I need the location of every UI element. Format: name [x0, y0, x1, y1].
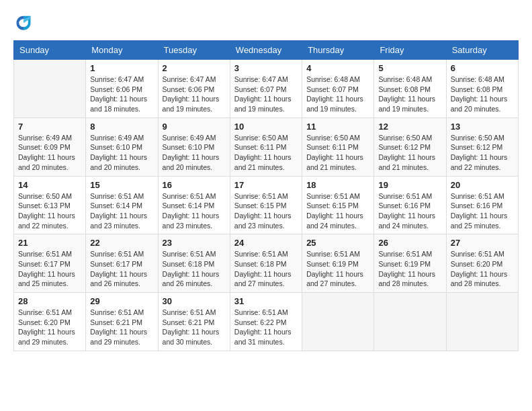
day-number: 13: [451, 122, 514, 132]
calendar-cell: 10Sunrise: 6:50 AM Sunset: 6:11 PM Dayli…: [230, 118, 302, 176]
logo: [13, 13, 36, 34]
calendar-week-2: 7Sunrise: 6:49 AM Sunset: 6:09 PM Daylig…: [14, 118, 519, 176]
calendar-cell: 28Sunrise: 6:51 AM Sunset: 6:20 PM Dayli…: [14, 293, 86, 351]
column-header-wednesday: Wednesday: [230, 41, 302, 60]
column-header-saturday: Saturday: [446, 41, 518, 60]
day-number: 15: [90, 180, 153, 190]
column-header-friday: Friday: [374, 41, 446, 60]
calendar-cell: 20Sunrise: 6:51 AM Sunset: 6:16 PM Dayli…: [446, 176, 518, 234]
day-info: Sunrise: 6:51 AM Sunset: 6:15 PM Dayligh…: [234, 191, 298, 231]
day-info: Sunrise: 6:48 AM Sunset: 6:08 PM Dayligh…: [378, 75, 441, 114]
day-number: 14: [18, 180, 81, 190]
calendar-cell: 26Sunrise: 6:51 AM Sunset: 6:19 PM Dayli…: [374, 234, 446, 293]
calendar-cell: 13Sunrise: 6:50 AM Sunset: 6:12 PM Dayli…: [446, 118, 518, 176]
calendar-cell: [374, 293, 446, 351]
day-info: Sunrise: 6:48 AM Sunset: 6:07 PM Dayligh…: [306, 75, 369, 114]
day-info: Sunrise: 6:50 AM Sunset: 6:12 PM Dayligh…: [378, 133, 441, 173]
column-header-tuesday: Tuesday: [158, 41, 230, 60]
page-header: [13, 13, 519, 34]
calendar-cell: 12Sunrise: 6:50 AM Sunset: 6:12 PM Dayli…: [374, 118, 446, 176]
day-number: 1: [90, 63, 153, 73]
day-number: 4: [306, 63, 369, 73]
calendar-cell: [14, 60, 86, 118]
calendar-cell: 22Sunrise: 6:51 AM Sunset: 6:17 PM Dayli…: [86, 234, 158, 293]
day-number: 17: [234, 180, 298, 190]
calendar-cell: 15Sunrise: 6:51 AM Sunset: 6:14 PM Dayli…: [86, 176, 158, 234]
calendar-cell: 14Sunrise: 6:50 AM Sunset: 6:13 PM Dayli…: [14, 176, 86, 234]
calendar-cell: 1Sunrise: 6:47 AM Sunset: 6:06 PM Daylig…: [86, 60, 158, 118]
calendar-cell: 4Sunrise: 6:48 AM Sunset: 6:07 PM Daylig…: [302, 60, 374, 118]
calendar-cell: 9Sunrise: 6:49 AM Sunset: 6:10 PM Daylig…: [158, 118, 230, 176]
day-number: 21: [18, 238, 81, 248]
logo-icon: [13, 13, 34, 34]
day-info: Sunrise: 6:50 AM Sunset: 6:11 PM Dayligh…: [234, 133, 298, 173]
day-info: Sunrise: 6:47 AM Sunset: 6:06 PM Dayligh…: [163, 75, 226, 114]
day-info: Sunrise: 6:51 AM Sunset: 6:14 PM Dayligh…: [163, 191, 226, 231]
calendar-cell: 27Sunrise: 6:51 AM Sunset: 6:20 PM Dayli…: [446, 234, 518, 293]
day-number: 22: [90, 238, 153, 248]
day-number: 12: [378, 122, 441, 132]
calendar-cell: 2Sunrise: 6:47 AM Sunset: 6:06 PM Daylig…: [158, 60, 230, 118]
day-info: Sunrise: 6:50 AM Sunset: 6:13 PM Dayligh…: [18, 191, 81, 231]
day-number: 20: [451, 180, 514, 190]
calendar-week-5: 28Sunrise: 6:51 AM Sunset: 6:20 PM Dayli…: [14, 293, 519, 351]
day-info: Sunrise: 6:51 AM Sunset: 6:14 PM Dayligh…: [90, 191, 153, 231]
day-info: Sunrise: 6:49 AM Sunset: 6:10 PM Dayligh…: [90, 133, 153, 173]
day-info: Sunrise: 6:50 AM Sunset: 6:12 PM Dayligh…: [451, 133, 514, 173]
day-number: 27: [451, 238, 514, 248]
calendar-cell: 8Sunrise: 6:49 AM Sunset: 6:10 PM Daylig…: [86, 118, 158, 176]
day-number: 31: [234, 296, 298, 306]
day-info: Sunrise: 6:47 AM Sunset: 6:06 PM Dayligh…: [90, 75, 153, 114]
calendar-cell: 23Sunrise: 6:51 AM Sunset: 6:18 PM Dayli…: [158, 234, 230, 293]
day-number: 26: [378, 238, 441, 248]
day-number: 28: [18, 296, 81, 306]
calendar-cell: 31Sunrise: 6:51 AM Sunset: 6:22 PM Dayli…: [230, 293, 302, 351]
day-info: Sunrise: 6:47 AM Sunset: 6:07 PM Dayligh…: [234, 75, 298, 114]
calendar-cell: 5Sunrise: 6:48 AM Sunset: 6:08 PM Daylig…: [374, 60, 446, 118]
day-number: 30: [163, 296, 226, 306]
calendar-week-3: 14Sunrise: 6:50 AM Sunset: 6:13 PM Dayli…: [14, 176, 519, 234]
day-info: Sunrise: 6:51 AM Sunset: 6:16 PM Dayligh…: [451, 191, 514, 231]
day-number: 11: [306, 122, 369, 132]
day-info: Sunrise: 6:49 AM Sunset: 6:09 PM Dayligh…: [18, 133, 81, 173]
day-info: Sunrise: 6:50 AM Sunset: 6:11 PM Dayligh…: [306, 133, 369, 173]
day-info: Sunrise: 6:48 AM Sunset: 6:08 PM Dayligh…: [451, 75, 514, 114]
day-info: Sunrise: 6:51 AM Sunset: 6:17 PM Dayligh…: [90, 249, 153, 289]
day-info: Sunrise: 6:51 AM Sunset: 6:15 PM Dayligh…: [306, 191, 369, 231]
day-number: 3: [234, 63, 298, 73]
calendar-cell: 24Sunrise: 6:51 AM Sunset: 6:18 PM Dayli…: [230, 234, 302, 293]
calendar-week-4: 21Sunrise: 6:51 AM Sunset: 6:17 PM Dayli…: [14, 234, 519, 293]
day-info: Sunrise: 6:51 AM Sunset: 6:17 PM Dayligh…: [18, 249, 81, 289]
calendar-header-row: SundayMondayTuesdayWednesdayThursdayFrid…: [14, 41, 519, 60]
day-number: 8: [90, 122, 153, 132]
day-number: 16: [163, 180, 226, 190]
day-number: 10: [234, 122, 298, 132]
calendar-cell: [446, 293, 518, 351]
day-info: Sunrise: 6:51 AM Sunset: 6:22 PM Dayligh…: [234, 308, 298, 347]
calendar-cell: 11Sunrise: 6:50 AM Sunset: 6:11 PM Dayli…: [302, 118, 374, 176]
calendar-cell: 21Sunrise: 6:51 AM Sunset: 6:17 PM Dayli…: [14, 234, 86, 293]
day-info: Sunrise: 6:51 AM Sunset: 6:16 PM Dayligh…: [378, 191, 441, 231]
calendar-cell: 16Sunrise: 6:51 AM Sunset: 6:14 PM Dayli…: [158, 176, 230, 234]
column-header-monday: Monday: [86, 41, 158, 60]
column-header-sunday: Sunday: [14, 41, 86, 60]
calendar-cell: 3Sunrise: 6:47 AM Sunset: 6:07 PM Daylig…: [230, 60, 302, 118]
calendar-cell: 18Sunrise: 6:51 AM Sunset: 6:15 PM Dayli…: [302, 176, 374, 234]
calendar-cell: 30Sunrise: 6:51 AM Sunset: 6:21 PM Dayli…: [158, 293, 230, 351]
day-number: 9: [163, 122, 226, 132]
calendar-cell: 17Sunrise: 6:51 AM Sunset: 6:15 PM Dayli…: [230, 176, 302, 234]
day-number: 23: [163, 238, 226, 248]
day-number: 25: [306, 238, 369, 248]
day-info: Sunrise: 6:51 AM Sunset: 6:20 PM Dayligh…: [18, 308, 81, 347]
day-number: 29: [90, 296, 153, 306]
calendar-cell: 19Sunrise: 6:51 AM Sunset: 6:16 PM Dayli…: [374, 176, 446, 234]
day-info: Sunrise: 6:51 AM Sunset: 6:19 PM Dayligh…: [306, 249, 369, 289]
calendar-cell: 7Sunrise: 6:49 AM Sunset: 6:09 PM Daylig…: [14, 118, 86, 176]
calendar-cell: [302, 293, 374, 351]
day-number: 5: [378, 63, 441, 73]
day-number: 24: [234, 238, 298, 248]
day-number: 19: [378, 180, 441, 190]
day-number: 18: [306, 180, 369, 190]
day-info: Sunrise: 6:51 AM Sunset: 6:18 PM Dayligh…: [234, 249, 298, 289]
calendar-cell: 6Sunrise: 6:48 AM Sunset: 6:08 PM Daylig…: [446, 60, 518, 118]
